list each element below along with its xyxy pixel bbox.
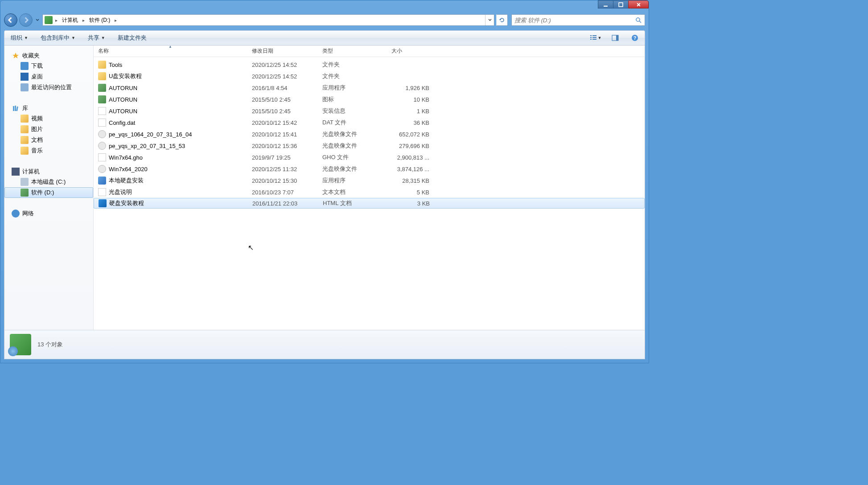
sidebar-item-documents[interactable]: 文档 [4,135,93,145]
file-name: AUTORUN [109,85,137,91]
column-type[interactable]: 类型 [318,45,387,57]
network-header[interactable]: 网络 [4,209,93,218]
file-type: 图标 [318,95,387,103]
file-size: 279,696 KB [387,143,434,149]
crumb-arrow-icon[interactable]: ▸ [53,18,59,23]
maximize-button[interactable] [613,0,628,8]
svg-point-4 [636,18,640,21]
file-row[interactable]: Tools2020/12/25 14:52文件夹 [94,59,645,70]
preview-pane-button[interactable] [609,33,621,43]
file-type: 光盘映像文件 [318,165,387,173]
crumb-drive[interactable]: 软件 (D:) [87,15,112,25]
file-row[interactable]: pe_yqs_1064_20_07_31_16_042020/10/12 15:… [94,128,645,140]
column-size[interactable]: 大小 [387,45,434,57]
computer-header[interactable]: 计算机 [4,167,93,177]
file-name: pe_yqs_1064_20_07_31_16_04 [109,131,192,138]
view-list-icon [590,35,597,41]
video-icon [21,115,29,123]
file-row[interactable]: Win7x64.gho2019/9/7 19:25GHO 文件2,900,813… [94,152,645,163]
sidebar-item-music[interactable]: 音乐 [4,145,93,156]
computer-group: 计算机 本地磁盘 (C:) 软件 (D:) [4,167,93,198]
back-button[interactable] [4,13,17,27]
file-type-icon [98,95,106,103]
file-row[interactable]: Config.dat2020/10/12 15:42DAT 文件36 KB [94,117,645,128]
computer-label: 计算机 [22,168,40,176]
file-row[interactable]: 本地硬盘安装2020/10/12 15:30应用程序28,315 KB [94,175,645,186]
file-name-cell: U盘安装教程 [94,72,247,80]
forward-button[interactable] [19,13,33,27]
history-dropdown[interactable] [34,16,41,25]
organize-menu[interactable]: 组织 ▼ [8,32,31,44]
sidebar-item-drive-d[interactable]: 软件 (D:) [4,187,93,198]
file-type: DAT 文件 [318,119,387,127]
file-type: GHO 文件 [318,153,387,161]
file-row[interactable]: pe_yqs_xp_20_07_31_15_532020/10/12 15:36… [94,140,645,152]
file-type-icon [98,61,106,69]
search-input[interactable] [514,17,635,24]
view-mode-button[interactable]: ▼ [589,33,602,43]
share-menu[interactable]: 共享 ▼ [85,32,108,44]
file-type-icon [98,119,106,127]
file-size: 1 KB [387,108,434,115]
column-name[interactable]: 名称 ▲ [94,45,247,57]
details-pane: 13 个对象 [4,330,645,359]
sidebar-item-recent[interactable]: 最近访问的位置 [4,82,93,93]
sidebar-item-pictures[interactable]: 图片 [4,124,93,135]
file-row[interactable]: AUTORUN2016/1/8 4:54应用程序1,926 KB [94,82,645,94]
file-row[interactable]: 硬盘安装教程2016/11/21 22:03HTML 文档3 KB [94,198,645,209]
refresh-button[interactable] [496,14,508,26]
crumb-arrow-icon[interactable]: ▸ [81,18,86,23]
new-folder-button[interactable]: 新建文件夹 [115,32,149,44]
search-icon[interactable] [635,16,642,24]
file-size: 2,900,813 ... [387,154,434,161]
svg-rect-13 [616,35,618,41]
document-icon [21,136,29,144]
sidebar-item-label: 桌面 [31,73,43,81]
file-row[interactable]: U盘安装教程2020/12/25 14:52文件夹 [94,70,645,82]
favorites-label: 收藏夹 [22,52,40,60]
file-size: 28,315 KB [387,177,434,184]
crumb-computer[interactable]: 计算机 [60,15,80,25]
address-crumbs: ▸ 计算机 ▸ 软件 (D:) ▸ [43,15,485,25]
file-row[interactable]: AUTORUN2015/5/10 2:45图标10 KB [94,94,645,105]
file-name: pe_yqs_xp_20_07_31_15_53 [109,143,185,149]
help-button[interactable]: ? [629,33,641,43]
file-row[interactable]: 光盘说明2016/10/23 7:07文本文档5 KB [94,186,645,198]
file-name-cell: AUTORUN [94,84,247,92]
file-row[interactable]: AUTORUN2015/5/10 2:45安装信息1 KB [94,105,645,117]
crumb-arrow-icon[interactable]: ▸ [113,18,119,23]
svg-line-5 [639,21,641,23]
close-button[interactable] [628,0,649,8]
file-name-cell: pe_yqs_xp_20_07_31_15_53 [94,142,247,150]
sidebar-item-desktop[interactable]: 桌面 [4,71,93,82]
svg-rect-18 [16,107,18,111]
file-size: 3,874,126 ... [387,166,434,173]
minimize-button[interactable] [598,0,613,8]
favorites-header[interactable]: 收藏夹 [4,51,93,61]
file-size: 10 KB [387,96,434,103]
sidebar-item-downloads[interactable]: 下载 [4,61,93,71]
sidebar-item-drive-c[interactable]: 本地磁盘 (C:) [4,177,93,187]
libraries-header[interactable]: 库 [4,103,93,113]
refresh-icon [499,17,505,23]
address-bar[interactable]: ▸ 计算机 ▸ 软件 (D:) ▸ [42,14,494,26]
file-type-icon [98,153,106,161]
column-headers: 名称 ▲ 修改日期 类型 大小 [94,45,645,57]
file-name: AUTORUN [109,96,137,103]
file-type: 文件夹 [318,61,387,69]
file-row[interactable]: Win7x64_20202020/12/25 11:32光盘映像文件3,874,… [94,163,645,175]
file-name-cell: Config.dat [94,119,247,127]
share-label: 共享 [88,34,99,42]
address-dropdown[interactable] [485,15,494,25]
file-date: 2020/10/12 15:30 [247,177,318,184]
new-folder-label: 新建文件夹 [118,34,147,42]
column-date[interactable]: 修改日期 [247,45,318,57]
file-list[interactable]: Tools2020/12/25 14:52文件夹U盘安装教程2020/12/25… [94,57,645,330]
file-name: Tools [109,62,122,68]
svg-rect-0 [604,5,608,6]
include-library-menu[interactable]: 包含到库中 ▼ [38,32,78,44]
chevron-down-icon: ▼ [598,36,602,40]
search-box[interactable] [511,14,645,26]
sidebar-item-videos[interactable]: 视频 [4,113,93,124]
file-date: 2016/1/8 4:54 [247,85,318,91]
